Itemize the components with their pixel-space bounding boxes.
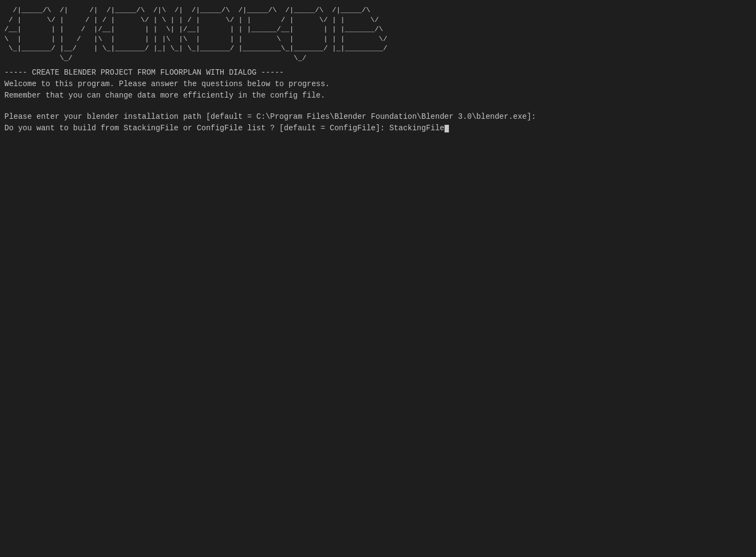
- terminal-window: /|_____/\ /| /| /|_____/\ /|\ /| /|_____…: [0, 0, 756, 557]
- remember-line: Remember that you can change data more e…: [4, 90, 752, 101]
- terminal-cursor: [445, 125, 449, 132]
- stacking-prompt: Do you want to build from StackingFile o…: [4, 123, 752, 134]
- terminal-content: ----- CREATE BLENDER PROJECT FROM FLOORP…: [4, 67, 752, 134]
- ascii-art-banner: /|_____/\ /| /| /|_____/\ /|\ /| /|_____…: [4, 5, 752, 63]
- blender-path-prompt: Please enter your blender installation p…: [4, 111, 752, 123]
- separator-line: ----- CREATE BLENDER PROJECT FROM FLOORP…: [4, 67, 752, 78]
- welcome-line: Welcome to this program. Please answer t…: [4, 78, 752, 90]
